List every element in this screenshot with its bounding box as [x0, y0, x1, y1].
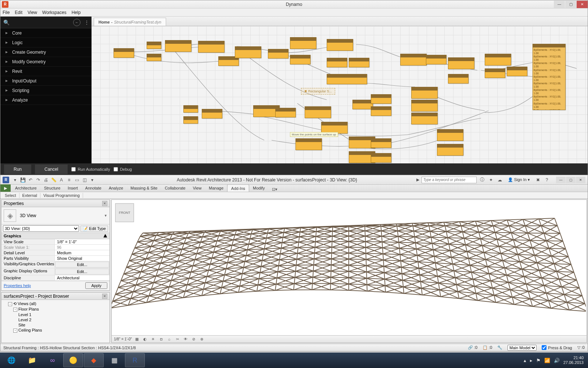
ribbon-collapse-icon[interactable]: ⊡▾	[272, 187, 277, 192]
section-icon[interactable]: ▭	[74, 177, 80, 183]
tray-clock[interactable]: 21:4027.06.2013	[563, 355, 584, 365]
design-options-icon[interactable]: 🔧	[497, 345, 502, 350]
menu-file[interactable]: File	[3, 10, 10, 15]
undo-icon[interactable]: ↶	[27, 177, 34, 183]
tab-view[interactable]: View	[189, 184, 205, 192]
tab-insert[interactable]: Insert	[64, 184, 82, 192]
application-menu-button[interactable]: ▶	[0, 184, 11, 192]
graph-node[interactable]	[411, 87, 438, 99]
instance-selector[interactable]: 3D View: {3D}	[3, 225, 79, 232]
library-category-create-geometry[interactable]: ▶Create Geometry	[0, 47, 92, 57]
menu-help[interactable]: Help	[72, 10, 81, 15]
graph-canvas[interactable]: ByElements : XYZ(1.00, 1.00ByElements : …	[92, 26, 588, 163]
taskbar-chrome-icon[interactable]: 🟡	[63, 353, 83, 367]
visual-style-icon[interactable]: ◐	[142, 336, 148, 342]
graph-node[interactable]	[400, 54, 427, 66]
panel-close-icon[interactable]: ✕	[102, 201, 107, 206]
main-model-select[interactable]: Main Model	[508, 345, 537, 351]
tab-analyze[interactable]: Analyze	[105, 184, 127, 192]
taskbar-revit-icon[interactable]: R	[125, 353, 145, 367]
graph-node[interactable]	[352, 100, 373, 109]
menu-edit[interactable]: Edit	[15, 10, 22, 15]
tray-app-icon[interactable]: ▸	[530, 358, 533, 363]
graph-node[interactable]	[198, 41, 225, 53]
graph-node[interactable]	[371, 138, 391, 148]
measure-icon[interactable]: 📏	[50, 177, 57, 183]
tab-collaborate[interactable]: Collaborate	[161, 184, 189, 192]
search-icon[interactable]: 🔍	[3, 20, 10, 25]
revit-minimize-button[interactable]: —	[556, 177, 566, 183]
taskbar-ie-icon[interactable]: 🌐	[1, 353, 21, 367]
graph-node[interactable]	[448, 74, 469, 84]
sign-in-button[interactable]: 👤 Sign In ▾	[505, 177, 533, 183]
properties-help-link[interactable]: Properties help	[4, 283, 31, 288]
taskbar-explorer-icon[interactable]: 📁	[22, 353, 42, 367]
graph-node[interactable]	[290, 37, 316, 49]
run-auto-checkbox[interactable]: Run Automatically	[71, 167, 110, 171]
minimize-button[interactable]: —	[554, 1, 565, 8]
graph-node[interactable]	[437, 129, 463, 141]
graph-node[interactable]	[327, 74, 367, 84]
panel-select[interactable]: Select	[2, 193, 19, 198]
graph-node[interactable]	[114, 48, 134, 58]
reveal-icon[interactable]: ⊕	[199, 336, 205, 342]
open-icon[interactable]: ▾	[12, 177, 18, 183]
print-icon[interactable]: 🖨	[43, 177, 49, 183]
revit-logo-icon[interactable]: R	[3, 177, 9, 183]
run-button[interactable]: Run	[4, 164, 31, 174]
maximize-button[interactable]: ▢	[565, 1, 576, 8]
graph-node[interactable]	[448, 57, 474, 69]
graph-node[interactable]	[327, 58, 347, 67]
subscription-icon[interactable]: ✦	[488, 177, 494, 183]
graphics-section-header[interactable]: Graphics⯅	[1, 233, 110, 239]
graph-node[interactable]	[165, 40, 191, 52]
sun-path-icon[interactable]: ☀	[150, 336, 156, 342]
taskbar-dynamo-icon[interactable]: ◆	[84, 353, 104, 367]
view-cube[interactable]: FRONT	[112, 200, 137, 226]
graph-node[interactable]	[485, 68, 505, 78]
save-icon[interactable]: 💾	[19, 177, 26, 183]
options-dots-icon[interactable]: ⋮	[84, 20, 89, 25]
plane-icon[interactable]: ◫	[81, 177, 88, 183]
redo-icon[interactable]: ↷	[35, 177, 42, 183]
text-icon[interactable]: A	[58, 177, 65, 183]
tray-volume-icon[interactable]: 🔊	[554, 358, 560, 363]
graph-node[interactable]	[275, 108, 296, 117]
taskbar-app-icon[interactable]: ▦	[104, 353, 124, 367]
workspace-tab-home[interactable]: Home-StructuralFramingTest.dyn	[94, 18, 166, 26]
type-selector[interactable]: 3D View	[20, 213, 100, 218]
view-scale-label[interactable]: 1/8" = 1'-0"	[114, 337, 132, 341]
project-browser-tree[interactable]: -⟲ Views (all)-Floor PlansLevel 1Level 2…	[1, 300, 110, 334]
graph-node[interactable]	[183, 116, 198, 124]
menu-workspaces[interactable]: Workspaces	[42, 10, 67, 15]
rendering-icon[interactable]: ⌂	[166, 336, 172, 342]
hide-icon[interactable]: 👁	[183, 336, 189, 342]
press-drag-checkbox[interactable]: Press & Drag	[542, 345, 572, 350]
type-dropdown-icon[interactable]: ▼	[104, 214, 107, 217]
crop-icon[interactable]: ✂	[175, 336, 180, 342]
graph-node[interactable]	[268, 49, 288, 59]
panel-visual-programming[interactable]: Visual Programming	[40, 193, 83, 198]
graph-node[interactable]	[147, 42, 161, 49]
properties-header[interactable]: Properties ✕	[1, 200, 110, 207]
apply-button[interactable]: Apply	[85, 282, 107, 289]
tray-up-icon[interactable]: ▴	[524, 358, 526, 363]
graph-node[interactable]	[426, 55, 447, 64]
graph-node[interactable]	[411, 113, 438, 124]
cancel-button[interactable]: Cancel	[35, 164, 68, 174]
menu-view[interactable]: View	[28, 10, 37, 15]
search-arrow-icon[interactable]: ▶	[416, 177, 419, 182]
library-category-analyze[interactable]: ▶Analyze	[0, 95, 92, 105]
detail-level-icon[interactable]: ▦	[134, 336, 140, 342]
back-circle-icon[interactable]: ←	[73, 19, 80, 26]
library-category-modify-geometry[interactable]: ▶Modify Geometry	[0, 57, 92, 67]
worksets-icon[interactable]: 🔗 :0	[468, 345, 477, 350]
close-button[interactable]: ✕	[577, 1, 588, 8]
filter-icon[interactable]: ▽ :0	[577, 345, 585, 350]
tab-structure[interactable]: Structure	[40, 184, 64, 192]
align-icon[interactable]: ≡	[66, 177, 72, 183]
library-category-input-output[interactable]: ▶Input/Output	[0, 76, 92, 86]
tab-manage[interactable]: Manage	[205, 184, 227, 192]
keyword-search-input[interactable]	[422, 177, 477, 183]
graph-node[interactable]	[371, 94, 391, 104]
